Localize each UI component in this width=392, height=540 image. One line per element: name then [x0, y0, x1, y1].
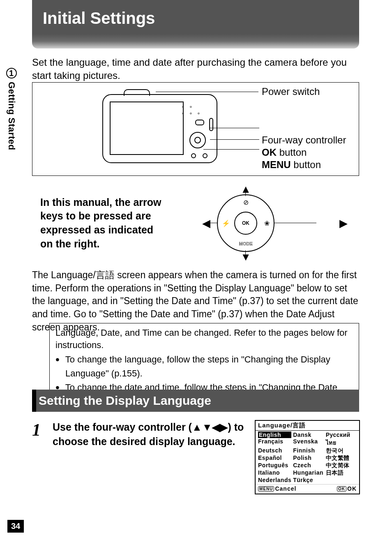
intro-paragraph: Set the language, time and date after pu… — [32, 56, 359, 83]
ok-center-icon: OK — [234, 212, 257, 235]
callout-power-switch: Power switch — [262, 86, 320, 97]
language-option: Deutsch — [258, 447, 291, 455]
language-option: ไทย — [326, 438, 357, 447]
camera-outline-icon: ∘ ∘∘ ∘ ∘ — [102, 94, 217, 163]
language-option: 日本語 — [326, 469, 357, 477]
language-option: Hungarian — [293, 469, 324, 477]
language-option: Polish — [293, 455, 324, 462]
page-number: 34 — [7, 520, 24, 533]
lang-foot-ok: OKOK — [337, 485, 357, 492]
language-option: Français — [258, 438, 291, 447]
language-option: Svenska — [293, 438, 324, 447]
camera-diagram-box: ∘ ∘∘ ∘ ∘ Power switch Four-way controlle… — [32, 82, 359, 176]
section-heading: Setting the Display Language — [32, 390, 359, 412]
note-item: To change the language, follow the steps… — [55, 352, 353, 379]
language-option: Español — [258, 455, 291, 462]
language-option: English — [258, 432, 291, 438]
language-option: Türkçe — [293, 477, 324, 483]
step-text: Use the four-way controller (▲▼◀▶) to ch… — [53, 420, 246, 449]
note-lead: Language, Date, and Time can be changed.… — [55, 327, 353, 351]
language-option — [326, 477, 357, 483]
language-option: 한국어 — [326, 447, 357, 455]
side-tab: 1 Getting Started — [0, 68, 23, 150]
language-screen-mockup: Language/言語 EnglishDanskРусскийFrançaisS… — [255, 420, 360, 494]
page-title: Initial Settings — [43, 9, 348, 28]
triangle-right-icon: ▶ — [339, 217, 348, 230]
language-screen-title: Language/言語 — [256, 421, 359, 431]
chapter-number-badge: 1 — [6, 68, 17, 78]
arrow-key-explainer: In this manual, the arrow keys to be pre… — [32, 183, 359, 263]
mode-label-icon: MODE — [239, 241, 253, 246]
language-option: Русский — [326, 432, 357, 438]
language-option: Italiano — [258, 469, 291, 477]
language-option: Czech — [293, 462, 324, 469]
triangle-down-icon: ▼ — [240, 251, 251, 263]
language-option: Dansk — [293, 432, 324, 438]
lang-foot-cancel: MENUCancel — [258, 485, 296, 492]
side-section-label: Getting Started — [6, 82, 17, 150]
language-option: 中文简体 — [326, 462, 357, 469]
page-header: Initial Settings — [32, 0, 359, 48]
triangle-left-icon: ◀ — [202, 217, 210, 230]
callout-menu-button: MENU button — [262, 159, 321, 171]
step-number: 1 — [32, 420, 51, 440]
callout-four-way: Four-way controller — [262, 134, 346, 146]
language-option: Nederlands — [258, 477, 291, 483]
language-option: Português — [258, 462, 291, 469]
controller-pad-icon: ⊘ ⚡ ❀ OK MODE ▲ ▼ ◀ ▶ — [217, 194, 274, 252]
triangle-up-icon: ▲ — [240, 183, 251, 196]
arrow-key-text: In this manual, the arrow keys to be pre… — [32, 196, 164, 251]
language-option: 中文繁體 — [326, 455, 357, 462]
step-block: 1 Use the four-way controller (▲▼◀▶) to … — [32, 420, 246, 449]
callout-ok-button: OK button — [262, 147, 307, 158]
language-option: Finnish — [293, 447, 324, 455]
